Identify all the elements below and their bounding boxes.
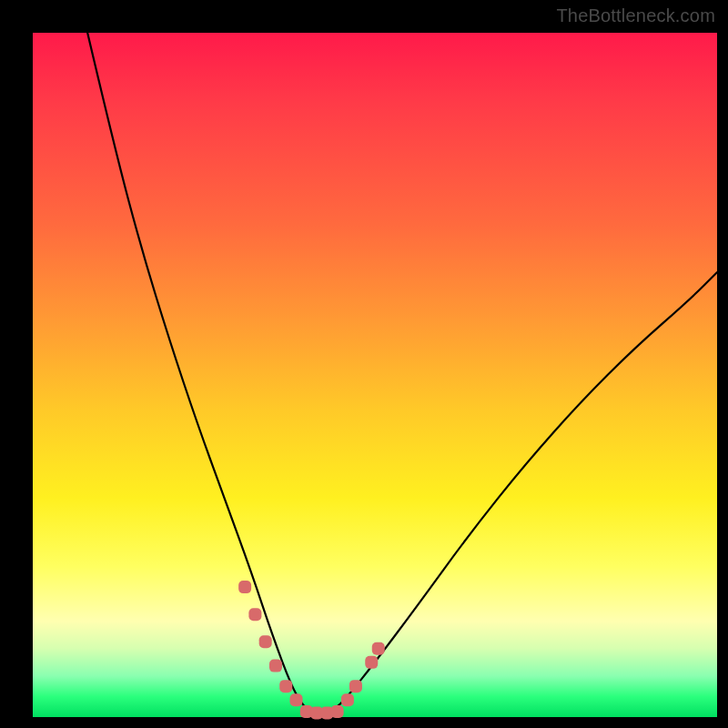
left-cluster-marker (248, 608, 261, 621)
left-cluster-marker (238, 581, 251, 593)
left-cluster-marker (259, 635, 272, 648)
chart-frame: TheBottleneck.com (0, 0, 728, 728)
curve-layer (87, 33, 717, 715)
left-cluster-marker (269, 660, 282, 672)
left-cluster-marker (290, 693, 303, 706)
right-cluster-marker (372, 642, 385, 655)
right-cluster-marker (365, 656, 378, 669)
plot-area (33, 33, 717, 717)
chart-svg (33, 33, 717, 717)
watermark-text: TheBottleneck.com (556, 5, 715, 26)
right-cluster-marker (341, 693, 354, 706)
trough-cluster-marker (331, 705, 344, 718)
left-cluster-marker (279, 680, 292, 693)
right-cluster-marker (349, 680, 362, 693)
bottleneck-curve (87, 33, 717, 715)
